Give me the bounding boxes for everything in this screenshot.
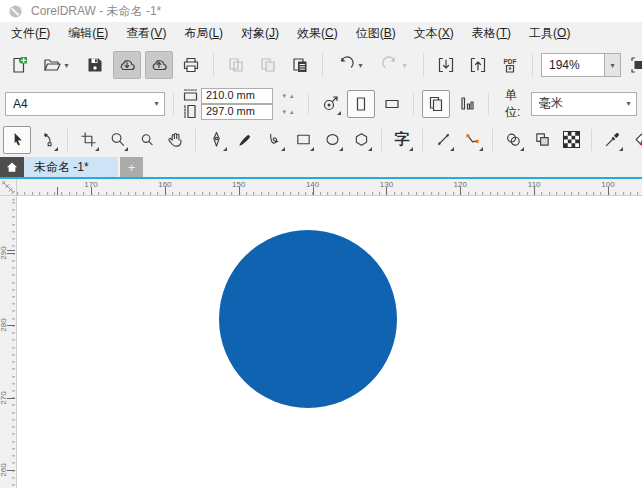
connector-tool[interactable]: [459, 127, 485, 153]
page-height-field[interactable]: 297.0 mm: [201, 104, 273, 120]
window-title: CorelDRAW - 未命名 -1*: [31, 3, 161, 20]
menu-bitmaps[interactable]: 位图(B): [347, 22, 405, 45]
page-height-spinner[interactable]: ▾▴: [276, 108, 300, 116]
page-height-value: 297.0 mm: [206, 105, 255, 117]
pattern-fill-tool[interactable]: [558, 127, 584, 153]
all-pages-size-button[interactable]: [422, 90, 450, 118]
new-document-button[interactable]: [5, 51, 33, 79]
rectangle-tool[interactable]: [290, 127, 316, 153]
paint-tool[interactable]: [232, 127, 258, 153]
redo-button[interactable]: ▾: [375, 51, 415, 79]
spinner-down-icon[interactable]: ▾: [282, 108, 286, 116]
zoom-secondary-tool[interactable]: [133, 127, 159, 153]
paste-button[interactable]: [286, 51, 314, 79]
new-tab-button[interactable]: +: [120, 157, 143, 177]
home-tab-button[interactable]: [0, 157, 24, 177]
page-width-field[interactable]: 210.0 mm: [201, 88, 273, 104]
save-button[interactable]: [81, 51, 109, 79]
propbar-separator: [488, 93, 489, 115]
document-tab-bar: 未命名 -1* +: [0, 157, 642, 177]
menu-tools[interactable]: 工具(O): [520, 22, 579, 45]
toolbox-separator: [591, 129, 592, 151]
page-width-spinner[interactable]: ▾▴: [276, 92, 300, 100]
toolbox-separator: [67, 129, 68, 151]
interactive-fill-tool[interactable]: [628, 127, 642, 153]
ruler-tick-label: 130: [380, 180, 393, 189]
copy-button[interactable]: [254, 51, 282, 79]
app-icon: [8, 4, 23, 19]
toolbar-separator: [532, 53, 533, 77]
text-tool[interactable]: 字: [389, 127, 415, 153]
checkerboard-icon: [563, 131, 580, 148]
caret-down-icon[interactable]: ▾: [356, 61, 366, 70]
color-eyedropper-tool[interactable]: [599, 127, 625, 153]
menu-layout[interactable]: 布局(L): [175, 22, 232, 45]
caret-down-icon[interactable]: ▾: [621, 93, 636, 115]
pick-tool[interactable]: [3, 126, 31, 154]
crop-tool[interactable]: [75, 127, 101, 153]
cloud-upload-button[interactable]: [145, 51, 173, 79]
zoom-level-value: 194%: [542, 58, 604, 72]
publish-to-pdf-button[interactable]: PDF: [496, 51, 524, 79]
menu-effects[interactable]: 效果(C): [288, 22, 347, 45]
ellipse-shape[interactable]: [219, 230, 397, 408]
menu-table[interactable]: 表格(T): [463, 22, 520, 45]
print-button[interactable]: [177, 51, 205, 79]
caret-down-icon[interactable]: ▾: [62, 61, 72, 70]
b-spline-tool[interactable]: [261, 127, 287, 153]
open-button[interactable]: ▾: [37, 51, 77, 79]
paste-special-button[interactable]: [222, 51, 250, 79]
plus-icon: +: [128, 160, 136, 175]
ruler-origin-corner[interactable]: [0, 179, 17, 196]
full-screen-preview-button[interactable]: [625, 51, 642, 79]
cloud-download-button[interactable]: [113, 51, 141, 79]
tab-document[interactable]: 未命名 -1*: [24, 157, 118, 177]
menu-view[interactable]: 查看(V): [117, 22, 175, 45]
toolbar-separator: [423, 53, 424, 77]
import-button[interactable]: [432, 51, 460, 79]
vertical-ruler[interactable]: 290280270260: [0, 196, 17, 488]
ruler-tick-label: 260: [0, 461, 9, 479]
units-value: 毫米: [532, 95, 621, 112]
tab-title: 未命名 -1*: [34, 159, 89, 176]
zoom-level-combobox[interactable]: 194% ▾: [541, 53, 621, 77]
undo-button[interactable]: ▾: [331, 51, 371, 79]
toolbox-separator: [195, 129, 196, 151]
menu-file[interactable]: 文件(F): [2, 22, 59, 45]
spinner-up-icon[interactable]: ▴: [290, 92, 294, 100]
zoom-tool[interactable]: [104, 127, 130, 153]
units-combobox[interactable]: 毫米 ▾: [531, 92, 637, 116]
toolbox-separator: [422, 129, 423, 151]
menu-edit[interactable]: 编辑(E): [59, 22, 117, 45]
snap-options-button[interactable]: [317, 91, 343, 117]
horizontal-ruler[interactable]: 170160150140130120110100: [17, 179, 642, 196]
shape-tool[interactable]: [34, 127, 60, 153]
spinner-up-icon[interactable]: ▴: [290, 108, 294, 116]
spinner-down-icon[interactable]: ▾: [282, 92, 286, 100]
polygon-tool[interactable]: [348, 127, 374, 153]
portrait-orientation-button[interactable]: [347, 90, 375, 118]
current-page-size-button[interactable]: [454, 91, 480, 117]
dimension-tool[interactable]: [430, 127, 456, 153]
propbar-separator: [308, 93, 309, 115]
property-bar: A4 ▾ 210.0 mm ▾▴ 297.0 mm ▾▴: [0, 85, 642, 123]
export-button[interactable]: [464, 51, 492, 79]
caret-down-icon[interactable]: ▾: [149, 93, 164, 115]
caret-down-icon: ▾: [608, 61, 618, 70]
page-size-combobox[interactable]: A4 ▾: [5, 92, 165, 116]
toolbar-separator: [213, 53, 214, 77]
ruler-tick-label: 100: [601, 180, 614, 189]
drawing-canvas[interactable]: 290280270260: [0, 196, 642, 488]
page-area[interactable]: [18, 196, 642, 488]
caret-down-icon[interactable]: ▾: [400, 61, 410, 70]
menu-object[interactable]: 对象(J): [232, 22, 288, 45]
ellipse-tool[interactable]: [319, 127, 345, 153]
pan-tool[interactable]: [162, 127, 188, 153]
zoom-level-dropdown-button[interactable]: ▾: [604, 54, 620, 76]
transparency-tool[interactable]: [529, 127, 555, 153]
landscape-orientation-button[interactable]: [379, 91, 405, 117]
toolbox-separator: [492, 129, 493, 151]
menu-text[interactable]: 文本(X): [405, 22, 463, 45]
drop-shadow-tool[interactable]: [500, 127, 526, 153]
pen-tool[interactable]: [203, 127, 229, 153]
